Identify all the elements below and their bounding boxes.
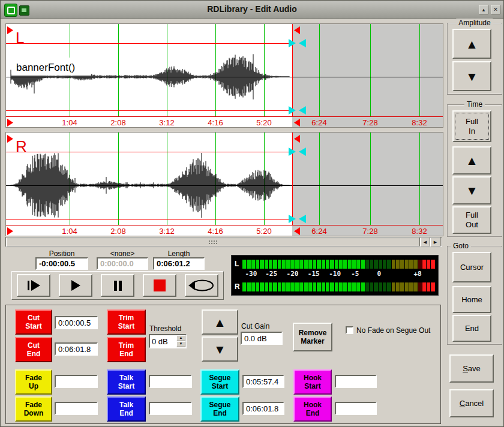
threshold-spin-down-icon[interactable]: ▼ (176, 341, 185, 347)
meter-right-label: R (235, 282, 240, 291)
trim-start-button[interactable]: Trim Start (107, 309, 146, 335)
goto-group-label: Goto (451, 242, 471, 250)
close-button[interactable]: ✕ (491, 5, 500, 14)
cut-gain-field[interactable]: 0.0 dB (241, 332, 283, 345)
meter-right-bar (242, 282, 435, 291)
cut-start-button[interactable]: Cut Start (15, 309, 52, 335)
svg-text:4:16: 4:16 (208, 118, 223, 127)
threshold-label: Threshold (149, 324, 181, 333)
svg-text:3:12: 3:12 (159, 227, 174, 236)
remove-marker-button[interactable]: Remove Marker (293, 323, 332, 351)
goto-cursor-button[interactable]: Cursor (452, 252, 491, 282)
threshold-spin-up-icon[interactable]: ▲ (176, 335, 185, 341)
hook-start-field[interactable] (335, 375, 377, 388)
svg-text:1:04: 1:04 (62, 118, 77, 127)
hook-end-field[interactable] (335, 402, 377, 415)
svg-text:8:32: 8:32 (412, 227, 427, 236)
length-field: 0:06:01.2 (153, 257, 205, 270)
scroll-right-icon: ▶ (434, 240, 437, 245)
scroll-left-button[interactable]: ◀ (420, 237, 430, 246)
close-icon: ✕ (493, 7, 498, 13)
loop-button[interactable] (185, 274, 218, 297)
window-title: RDLibrary - Edit Audio (1, 4, 503, 14)
hook-start-button[interactable]: Hook Start (293, 369, 332, 395)
svg-text:3:12: 3:12 (159, 118, 174, 127)
segue-end-field[interactable]: 0:06:01.8 (242, 402, 284, 415)
meter-left-label: L (235, 260, 239, 268)
svg-text:6:24: 6:24 (311, 227, 326, 236)
no-fade-checkbox[interactable] (346, 326, 353, 334)
time-zoom-out-button[interactable]: ▼ (452, 176, 491, 205)
segue-start-button[interactable]: Segue Start (200, 369, 239, 395)
waveform-right-channel[interactable]: R1:042:083:124:165:206:247:288:32 (5, 132, 443, 236)
scroll-left-icon: ◀ (424, 240, 427, 245)
time-full-out-button[interactable]: Full Out (452, 206, 491, 234)
trim-end-button[interactable]: Trim End (107, 337, 146, 362)
fade-up-button[interactable]: Fade Up (15, 369, 52, 395)
time-full-in-button[interactable]: Full In (452, 110, 491, 142)
save-button[interactable]: Save (449, 354, 494, 383)
goto-end-button[interactable]: End (452, 315, 491, 342)
talk-start-button[interactable]: Talk Start (107, 369, 146, 395)
play-from-start-icon (28, 281, 29, 290)
svg-text:L: L (16, 29, 24, 47)
scrollbar-grip-icon (208, 240, 218, 245)
cut-start-field[interactable]: 0:00:00.5 (55, 316, 98, 329)
goto-home-button[interactable]: Home (452, 286, 491, 313)
svg-text:7:28: 7:28 (362, 227, 377, 236)
svg-text:bannerFont(): bannerFont() (16, 62, 75, 73)
threshold-value[interactable]: 0 dB (150, 335, 176, 347)
shade-button[interactable]: ▴ (479, 5, 488, 14)
talk-start-field[interactable] (149, 375, 192, 388)
pause-button[interactable] (101, 274, 134, 297)
segue-end-button[interactable]: Segue End (200, 396, 239, 422)
svg-text:7:28: 7:28 (362, 118, 377, 127)
svg-text:1:04: 1:04 (62, 227, 77, 236)
play-from-start-button[interactable] (17, 274, 50, 297)
svg-text:4:16: 4:16 (208, 227, 223, 236)
down-arrow-icon: ▼ (214, 343, 226, 356)
fade-down-button[interactable]: Fade Down (15, 396, 52, 422)
scroll-right-button[interactable]: ▶ (430, 237, 440, 246)
meter-scale: -30-25-20-15-10-50+8 (242, 270, 435, 280)
hook-end-button[interactable]: Hook End (293, 396, 332, 422)
talk-end-field[interactable] (149, 402, 192, 415)
amplitude-down-button[interactable]: ▼ (452, 61, 491, 91)
waveform-scrollbar[interactable]: ◀ ▶ (5, 237, 442, 247)
waveform-left-channel[interactable]: LbannerFont()1:042:083:124:165:206:247:2… (5, 23, 443, 128)
fade-up-field[interactable] (55, 375, 98, 388)
gain-up-button[interactable]: ▲ (202, 309, 238, 335)
time-zoom-in-button[interactable]: ▲ (452, 146, 491, 175)
edit-audio-window: RDLibrary - Edit Audio ▴ ✕ LbannerFont()… (0, 0, 504, 427)
loop-icon (188, 278, 215, 293)
up-arrow-icon: ▲ (466, 38, 478, 50)
talk-end-button[interactable]: Talk End (107, 396, 146, 422)
svg-text:2:08: 2:08 (110, 227, 125, 236)
segue-start-field[interactable]: 0:05:57.4 (242, 375, 284, 388)
down-arrow-icon: ▼ (466, 184, 478, 197)
cancel-button[interactable]: Cancel (449, 389, 494, 417)
shade-icon: ▴ (482, 7, 485, 13)
marker-name-label: <none> (97, 249, 148, 258)
cut-end-button[interactable]: Cut End (15, 337, 52, 362)
audio-meter: L -30-25-20-15-10-50+8 R (231, 255, 439, 296)
titlebar: RDLibrary - Edit Audio ▴ ✕ (1, 1, 503, 19)
play-button[interactable] (59, 274, 92, 297)
fade-down-field[interactable] (55, 402, 98, 415)
stop-button[interactable] (143, 274, 176, 297)
svg-text:2:08: 2:08 (110, 118, 125, 127)
amplitude-up-button[interactable]: ▲ (452, 29, 491, 59)
svg-text:5:20: 5:20 (256, 118, 271, 127)
play-icon (71, 280, 80, 291)
time-group-label: Time (464, 100, 485, 109)
cut-gain-label: Cut Gain (241, 322, 269, 330)
threshold-spinbox[interactable]: 0 dB ▲ ▼ (149, 334, 187, 348)
gain-down-button[interactable]: ▼ (202, 336, 238, 362)
scrollbar-thumb[interactable] (6, 237, 420, 246)
svg-text:8:32: 8:32 (412, 118, 427, 127)
svg-text:R: R (16, 137, 27, 155)
length-label: Length (153, 249, 205, 258)
cut-end-field[interactable]: 0:06:01.8 (55, 342, 98, 356)
up-arrow-icon: ▲ (466, 154, 478, 167)
marker-position-field: 0:00:00.0 (97, 257, 148, 270)
